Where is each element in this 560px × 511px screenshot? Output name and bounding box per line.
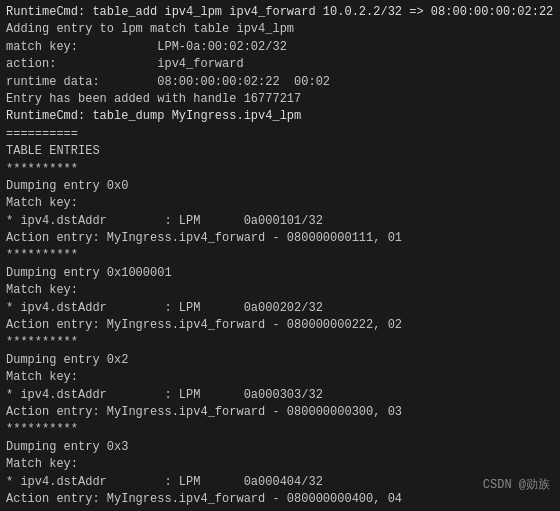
- terminal-line: runtime data: 08:00:00:00:02:22 00:02: [6, 74, 554, 91]
- terminal-line: RuntimeCmd: table_dump MyIngress.ipv4_lp…: [6, 108, 554, 125]
- terminal-line: action: ipv4_forward: [6, 56, 554, 73]
- terminal-line: **********: [6, 247, 554, 264]
- terminal-line: Action entry: MyIngress.ipv4_forward - 0…: [6, 230, 554, 247]
- terminal-line: **********: [6, 161, 554, 178]
- watermark: CSDN @勋族: [483, 476, 550, 493]
- terminal-line: Dumping entry 0x3: [6, 439, 554, 456]
- terminal-line: Action entry: MyIngress.ipv4_forward - 0…: [6, 404, 554, 421]
- terminal-line: Action entry: MyIngress.ipv4_forward - 0…: [6, 317, 554, 334]
- terminal-line: Dumping entry 0x2: [6, 352, 554, 369]
- terminal-line: Dumping entry 0x0: [6, 178, 554, 195]
- terminal-line: **********: [6, 334, 554, 351]
- terminal-line: match key: LPM-0a:00:02:02/32: [6, 39, 554, 56]
- terminal: RuntimeCmd: table_add ipv4_lpm ipv4_forw…: [0, 0, 560, 511]
- terminal-line: TABLE ENTRIES: [6, 143, 554, 160]
- terminal-line: **********: [6, 421, 554, 438]
- terminal-line: Adding entry to lpm match table ipv4_lpm: [6, 21, 554, 38]
- terminal-line: * ipv4.dstAddr : LPM 0a000303/32: [6, 387, 554, 404]
- terminal-line: Match key:: [6, 369, 554, 386]
- terminal-line: Dumping entry 0x1000001: [6, 265, 554, 282]
- terminal-line: * ipv4.dstAddr : LPM 0a000101/32: [6, 213, 554, 230]
- terminal-line: Action entry: MyIngress.ipv4_forward - 0…: [6, 491, 554, 508]
- terminal-line: Match key:: [6, 195, 554, 212]
- terminal-line: Match key:: [6, 282, 554, 299]
- terminal-line: RuntimeCmd: table_add ipv4_lpm ipv4_forw…: [6, 4, 554, 21]
- terminal-line: * ipv4.dstAddr : LPM 0a000404/32: [6, 474, 554, 491]
- terminal-line: Entry has been added with handle 1677721…: [6, 91, 554, 108]
- terminal-line: Match key:: [6, 456, 554, 473]
- terminal-line: ==========: [6, 126, 554, 143]
- terminal-line: * ipv4.dstAddr : LPM 0a000202/32: [6, 300, 554, 317]
